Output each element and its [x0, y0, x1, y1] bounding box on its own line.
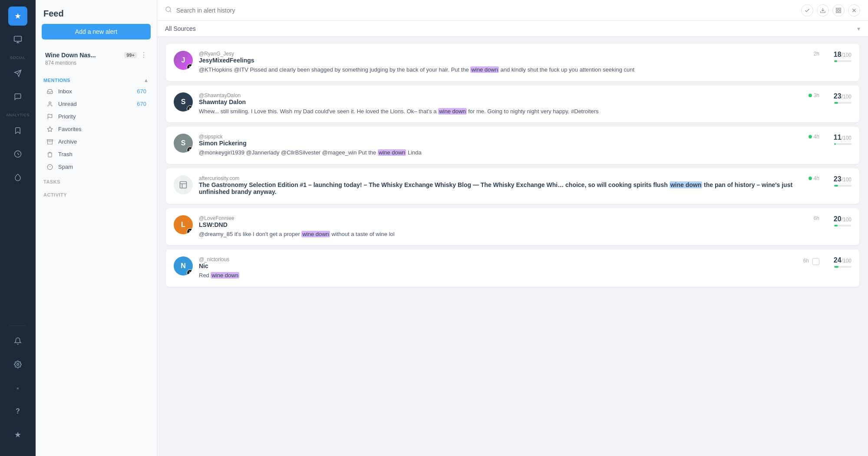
avatar: S ✕	[174, 92, 193, 112]
icon-nav: ★ SOCIAL ANALYTICS	[0, 0, 36, 456]
twitter-x-badge: ✕	[187, 105, 193, 112]
svg-rect-12	[47, 139, 53, 141]
card-username: @RyanG_Jesy	[199, 51, 254, 57]
priority-label: Priority	[58, 113, 146, 120]
fire-icon[interactable]	[8, 168, 27, 187]
inbox-menu-item[interactable]: Inbox 670	[38, 85, 154, 98]
score-value: 24/100	[834, 256, 851, 264]
mentions-chevron[interactable]: ▲	[144, 77, 149, 83]
score-bar	[834, 143, 851, 145]
favorites-icon	[46, 126, 54, 132]
keyword-highlight: wine down	[470, 66, 498, 73]
card-body: @ShawntayDalon Shawntay Dalon 3h Whew...…	[199, 92, 819, 116]
score-area: 11/100	[825, 134, 851, 145]
favorites-label: Favorites	[58, 126, 146, 132]
flag-icon	[46, 114, 54, 120]
chat-icon[interactable]	[8, 87, 27, 106]
add-alert-button[interactable]: Add a new alert	[42, 24, 151, 39]
score-area: 23/100	[825, 92, 851, 104]
svg-rect-21	[839, 8, 841, 10]
online-indicator	[809, 135, 812, 138]
favorites-menu-item[interactable]: Favorites	[38, 123, 154, 135]
card-username: @ShawntayDalon	[199, 92, 246, 98]
question-icon[interactable]: ?	[8, 402, 27, 421]
card-time: 6h	[803, 258, 809, 264]
filter-label: All Sources	[165, 25, 196, 32]
alert-name: Wine Down Nas...	[45, 52, 96, 59]
keyword-highlight: wine down	[378, 149, 406, 156]
feed-card: N ✕ @_nictorious Nic 6h Red wine down	[166, 249, 859, 287]
gear-icon[interactable]	[8, 355, 27, 374]
dot-icon[interactable]: ●	[8, 378, 27, 397]
card-time: 2h	[814, 51, 819, 57]
card-time: 4h	[809, 175, 819, 181]
avatar: N ✕	[174, 256, 193, 276]
trash-menu-item[interactable]: Trash	[38, 148, 154, 161]
filter-bar[interactable]: All Sources ▾	[157, 21, 868, 37]
avatar: L ✕	[174, 215, 193, 234]
inbox-count: 670	[137, 88, 146, 95]
card-time: 4h	[809, 134, 819, 140]
card-name: The Gastronomy Selection Edition #1 – la…	[199, 181, 809, 195]
mentions-section-label: MENTIONS ▲	[36, 72, 157, 85]
circle-chart-icon[interactable]	[8, 144, 27, 164]
card-body: @_nictorious Nic 6h Red wine down	[199, 256, 819, 280]
card-username: @sipspick	[199, 134, 247, 140]
grid-action-btn[interactable]	[832, 4, 845, 16]
score-bar	[834, 185, 851, 187]
unread-icon	[46, 101, 54, 107]
alert-item[interactable]: Wine Down Nas... 99+ ⋮ 874 mentions	[40, 46, 152, 70]
score-area: 23/100	[825, 175, 851, 187]
paper-plane-icon[interactable]	[8, 64, 27, 83]
unread-menu-item[interactable]: Unread 670	[38, 98, 154, 110]
sidebar-title: Feed	[36, 0, 157, 24]
social-label: SOCIAL	[10, 56, 26, 60]
svg-rect-0	[14, 36, 22, 42]
search-bar	[157, 0, 868, 21]
card-username: aftercuriosity.com	[199, 175, 809, 181]
close-action-btn[interactable]	[848, 4, 860, 16]
avatar: J ✕	[174, 51, 193, 70]
trash-icon	[46, 151, 54, 157]
score-value: 23/100	[834, 175, 851, 183]
trash-label: Trash	[58, 151, 146, 157]
archive-menu-item[interactable]: Archive	[38, 135, 154, 148]
spam-menu-item[interactable]: Spam	[38, 161, 154, 173]
online-indicator	[809, 94, 812, 97]
svg-line-7	[18, 154, 19, 155]
main-content: All Sources ▾ J ✕ @RyanG_Jesy JesyMixedF…	[157, 0, 868, 456]
twitter-x-badge: ✕	[187, 269, 193, 276]
bell-icon[interactable]	[8, 331, 27, 351]
search-input[interactable]	[176, 7, 797, 14]
card-text: Red wine down	[199, 271, 819, 280]
online-indicator	[809, 177, 812, 180]
keyword-highlight: wine down	[670, 181, 703, 188]
card-text: @dreamy_85 it's like I don't get a prope…	[199, 230, 819, 239]
card-checkbox[interactable]	[812, 258, 819, 265]
search-actions	[801, 4, 860, 16]
card-text: @monkeygirl1939 @Jannerlady @CllrBSilves…	[199, 148, 819, 157]
bookmark-icon[interactable]	[8, 121, 27, 140]
card-name: JesyMixedFeelings	[199, 57, 254, 64]
card-text: @KTHopkins @ITV Pissed and clearly been …	[199, 66, 819, 74]
card-body: aftercuriosity.com The Gastronomy Select…	[199, 175, 819, 197]
feed-content: J ✕ @RyanG_Jesy JesyMixedFeelings 2h @KT…	[157, 37, 868, 456]
card-time: 3h	[809, 92, 819, 98]
star-icon[interactable]: ★	[8, 7, 27, 26]
svg-point-9	[49, 102, 51, 104]
star-bottom-icon[interactable]: ★	[8, 425, 27, 444]
score-value: 23/100	[834, 92, 851, 100]
monitor-icon[interactable]	[8, 30, 27, 49]
activity-label: ACTIVITY	[36, 186, 157, 199]
more-icon[interactable]: ⋮	[140, 51, 147, 59]
priority-menu-item[interactable]: Priority	[38, 110, 154, 123]
keyword-highlight: wine down	[211, 272, 239, 279]
inbox-icon	[46, 89, 54, 95]
svg-line-18	[170, 11, 171, 12]
keyword-highlight: wine down	[438, 108, 466, 115]
avatar	[174, 175, 193, 194]
download-action-btn[interactable]	[817, 4, 829, 16]
alert-badge: 99+	[124, 52, 137, 58]
svg-rect-23	[836, 11, 838, 13]
check-action-btn[interactable]	[801, 4, 813, 16]
